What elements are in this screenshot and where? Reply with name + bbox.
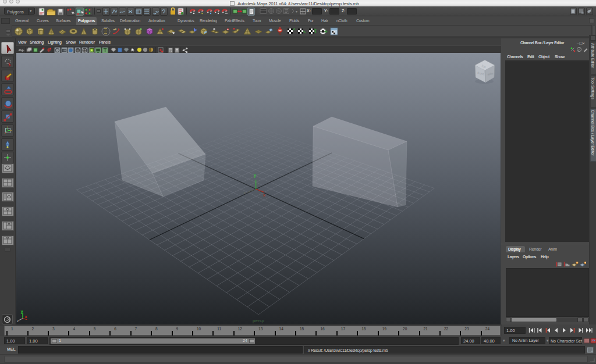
svg-text:x: x	[263, 192, 265, 198]
svg-text:x: x	[25, 315, 27, 319]
svg-text:y: y	[254, 172, 257, 178]
svg-text:z: z	[17, 319, 19, 323]
svg-text:z: z	[243, 190, 246, 195]
svg-text:persp: persp	[253, 318, 265, 323]
